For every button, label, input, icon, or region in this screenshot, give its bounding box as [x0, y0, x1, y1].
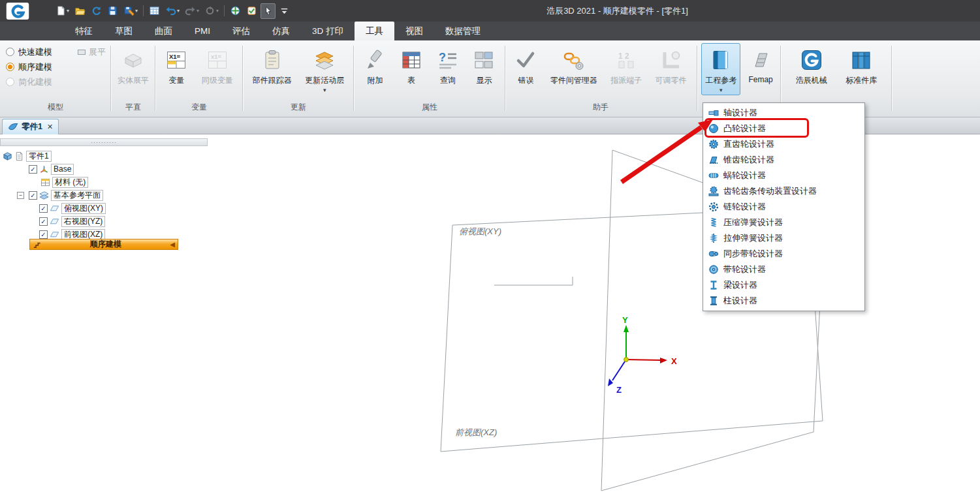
y-axis-arrow [624, 325, 629, 332]
tree-root-item[interactable]: 零件1 [3, 150, 52, 162]
peer-variables-icon: x1= [206, 49, 229, 71]
repeat-button[interactable]: ▾ [202, 3, 221, 19]
undo-button[interactable]: ▾ [163, 3, 182, 19]
tree-item[interactable]: ✓Base [29, 163, 74, 175]
visibility-checkbox[interactable]: ✓ [39, 230, 48, 239]
solid-flatten-button[interactable]: 实体展平 [114, 43, 153, 88]
button-label: 附加 [368, 75, 383, 86]
ribbon-tab[interactable]: 仿真 [261, 22, 301, 40]
tree-item-label[interactable]: 俯视图(XY) [61, 203, 106, 214]
check-tool-1-button[interactable] [228, 3, 243, 19]
tree-item-label[interactable]: Base [51, 164, 74, 175]
ribbon-tab[interactable]: 曲面 [144, 22, 183, 40]
spreadsheet-button[interactable] [147, 3, 162, 19]
ribbon-tab[interactable]: 评估 [221, 22, 261, 40]
part-box-icon [3, 151, 12, 161]
select-tool-button[interactable] [261, 3, 276, 19]
plane-label-top-view: 俯视图(XY) [459, 226, 501, 236]
tree-item-label[interactable]: 零件1 [26, 151, 52, 162]
visibility-checkbox[interactable]: ✓ [39, 204, 48, 213]
bevel-gear-designer-item[interactable]: 锥齿轮设计器 [703, 152, 864, 168]
refresh-button[interactable] [89, 3, 104, 19]
visibility-checkbox[interactable]: ✓ [29, 191, 37, 200]
save-button[interactable] [105, 3, 120, 19]
ribbon-tab[interactable]: 特征 [64, 22, 104, 40]
tree-item-label[interactable]: 右视图(YZ) [61, 216, 105, 227]
error-check-button[interactable]: 错误 [511, 43, 541, 88]
spur-gear-designer-item[interactable]: 直齿轮设计器 [703, 136, 864, 152]
variables-button[interactable]: X1=变量 [161, 43, 191, 88]
pathfinder-splitter[interactable]: ·········· [0, 138, 208, 146]
qat-separator [224, 5, 225, 16]
tool1-icon [230, 5, 241, 16]
standard-lib-button[interactable]: 标准件库 [842, 43, 881, 88]
update-layer-icon [313, 49, 336, 71]
ribbon-tab[interactable]: PMI [183, 22, 221, 40]
ribbon-tab-bar: 特征草图曲面PMI评估仿真3D 打印工具视图数据管理 [0, 22, 980, 40]
shaft-designer-item[interactable]: 轴设计器 [703, 105, 864, 121]
ribbon-group: X1=变量x1=同级变量变量 [155, 42, 243, 115]
ribbon-tab[interactable]: 数据管理 [434, 22, 492, 40]
flatten-button[interactable]: 展平 [77, 46, 106, 58]
tree-item[interactable]: −✓基本参考平面 [17, 189, 103, 201]
adjustable-part-button[interactable]: 可调零件 [652, 43, 691, 88]
query-icon: ? [437, 49, 459, 71]
update-layer-button[interactable]: 更新活动层▾ [301, 43, 348, 95]
mode-option-label: 简化建模 [18, 76, 52, 88]
visibility-checkbox[interactable]: ✓ [29, 165, 37, 174]
query-button[interactable]: ?查询 [433, 43, 463, 88]
ribbon-tab[interactable]: 草图 [104, 22, 144, 40]
engineering-reference-button[interactable]: 工程参考▾ [701, 43, 740, 95]
assign-terminal-button[interactable]: 1 2指派端子 [607, 43, 646, 88]
tree-item-label[interactable]: 材料 (无) [52, 177, 88, 188]
mode-option[interactable]: 顺序建模 [6, 59, 111, 74]
customize-qat-button[interactable] [277, 3, 292, 19]
interpart-manager-button[interactable]: 零件间管理器 [546, 43, 601, 88]
error-check-icon [514, 49, 537, 71]
compression-spring-designer-item[interactable]: 压缩弹簧设计器 [703, 215, 864, 230]
column-designer-item[interactable]: 柱设计器 [703, 293, 864, 309]
mode-option[interactable]: 简化建模 [6, 74, 111, 89]
titlebar: ▾▾▾▾▾ 浩辰3D 2021 - 顺序建模零件 - [零件1] [0, 0, 980, 22]
svg-text:x1=: x1= [211, 53, 222, 60]
pulley-designer-item[interactable]: 带轮设计器 [703, 262, 864, 277]
open-file-button[interactable] [72, 3, 87, 19]
tree-item-label[interactable]: 基本参考平面 [51, 190, 103, 201]
sheet-icon [149, 5, 160, 16]
tree-item[interactable]: ✓俯视图(XY) [39, 202, 106, 214]
visibility-checkbox[interactable]: ✓ [39, 217, 48, 226]
extension-spring-designer-item[interactable]: 拉伸弹簧设计器 [703, 230, 864, 246]
app-logo-button[interactable] [5, 2, 31, 20]
attach-button[interactable]: 附加 [360, 43, 390, 88]
display-button[interactable]: 显示 [469, 43, 499, 88]
sprocket-designer-item[interactable]: 链轮设计器 [703, 199, 864, 215]
tree-item[interactable]: 材料 (无) [40, 176, 88, 188]
ribbon-tab[interactable]: 工具 [355, 22, 394, 40]
spur-gear-designer-icon [708, 139, 719, 149]
new-file-button[interactable]: ▾ [53, 3, 71, 19]
ribbon-tab[interactable]: 视图 [394, 22, 434, 40]
haochen-mech-button[interactable]: 浩辰机械 [792, 43, 831, 88]
part-tracker-button[interactable]: 部件跟踪器 [249, 43, 296, 88]
orientation-triad[interactable]: Y X Z [608, 315, 677, 395]
sequential-modeling-bar[interactable]: 顺序建模◀ [29, 239, 178, 250]
collapse-toggle[interactable]: − [17, 192, 24, 199]
tree-item[interactable]: ✓右视图(YZ) [39, 215, 105, 227]
save-as-button[interactable]: ▾ [121, 3, 140, 19]
ribbon-tab[interactable]: 3D 打印 [301, 22, 355, 40]
femap-button[interactable]: Femap [744, 43, 776, 86]
close-tab-button[interactable]: ✕ [47, 123, 53, 131]
worm-gear-designer-item[interactable]: 蜗轮设计器 [703, 168, 864, 183]
peer-variables-button[interactable]: x1=同级变量 [198, 43, 237, 88]
sync-pulley-designer-item[interactable]: 同步带轮设计器 [703, 246, 864, 262]
cam-designer-item[interactable]: 凸轮设计器 [703, 121, 864, 136]
tree-item-label[interactable]: 前视图(XZ) [61, 229, 105, 240]
document-tab[interactable]: 零件1 ✕ [2, 119, 59, 134]
group-caption: 助手 [505, 102, 696, 113]
check-tool-2-button[interactable] [244, 3, 259, 19]
more-icon [279, 5, 290, 16]
table-button[interactable]: 表 [396, 43, 426, 88]
rack-pinion-designer-item[interactable]: 齿轮齿条传动装置设计器 [703, 183, 864, 199]
redo-button[interactable]: ▾ [183, 3, 201, 19]
beam-designer-item[interactable]: 梁设计器 [703, 277, 864, 293]
